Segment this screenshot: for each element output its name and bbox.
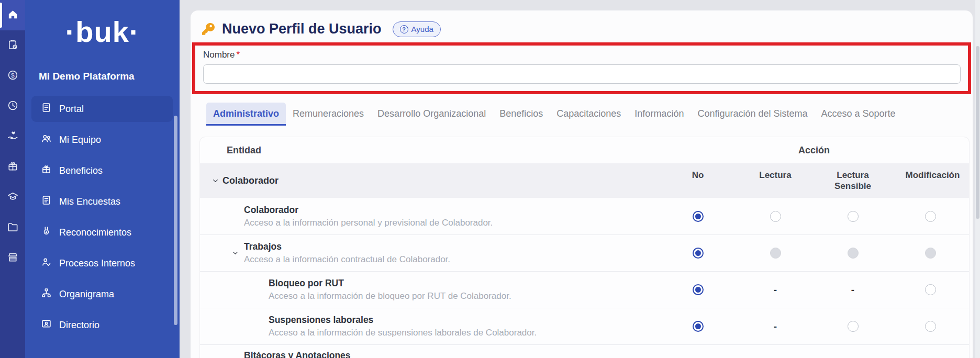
tab-informacion[interactable]: Información <box>628 103 691 126</box>
nombre-input[interactable] <box>203 64 961 84</box>
radio-modificacion[interactable] <box>925 284 936 295</box>
sidebar-item-label: Procesos Internos <box>59 258 135 269</box>
table-row: Bloqueo por RUT Acceso a la información … <box>200 271 969 308</box>
radio-no[interactable] <box>693 211 704 222</box>
key-icon <box>201 22 215 36</box>
table-row: Trabajos Acceso a la información contrac… <box>200 234 969 271</box>
folder-icon <box>7 221 19 235</box>
sidebar-item-label: Mis Encuestas <box>59 196 120 207</box>
highlight-annotation: Nombre* <box>192 42 971 94</box>
sidebar-item-label: Reconocimientos <box>59 227 131 238</box>
sidebar: ·buk· Mi Demo Plataforma Portal Mi Equip… <box>25 0 180 358</box>
dash-placeholder <box>774 284 777 296</box>
page-scrollbar-thumb[interactable] <box>976 46 979 219</box>
column-header-modificacion: Modificación <box>892 170 969 192</box>
tab-bar: Administrativo Remuneraciones Desarrollo… <box>191 103 973 126</box>
radio-no[interactable] <box>693 321 704 332</box>
radio-modificacion <box>925 248 936 259</box>
rail-benefits-item[interactable] <box>0 121 25 152</box>
sidebar-item-mis-encuestas[interactable]: Mis Encuestas <box>31 188 173 215</box>
sidebar-item-label: Directorio <box>59 320 99 331</box>
column-header-lectura-sensible: Lectura Sensible <box>814 170 892 192</box>
tab-remuneraciones[interactable]: Remuneraciones <box>286 103 371 126</box>
tab-capacitaciones[interactable]: Capacitaciones <box>550 103 628 126</box>
hand-heart-icon <box>7 130 19 144</box>
main-area: Nuevo Perfil de Usuario Ayuda Nombre* Ad… <box>180 0 980 358</box>
row-description: Acceso a la información de suspensiones … <box>269 328 537 338</box>
sidebar-item-directorio[interactable]: Directorio <box>31 312 173 338</box>
action-header: Acción <box>659 145 969 156</box>
tab-beneficios[interactable]: Beneficios <box>493 103 550 126</box>
user-check-icon <box>41 256 52 270</box>
home-icon <box>7 8 19 23</box>
question-circle-icon <box>400 25 408 33</box>
rail-payroll-item[interactable]: $ <box>0 61 25 91</box>
company-name: Mi Demo Plataforma <box>39 71 180 82</box>
medal-icon <box>41 226 52 239</box>
row-title: Trabajos <box>244 241 450 252</box>
sidebar-item-label: Beneficios <box>59 165 103 176</box>
gift-icon <box>7 160 19 174</box>
dash-placeholder <box>774 321 777 332</box>
radio-no[interactable] <box>693 248 704 259</box>
radio-lectura-sensible[interactable] <box>848 211 859 222</box>
row-title: Colaborador <box>244 205 493 216</box>
radio-lectura[interactable] <box>770 211 781 222</box>
sidebar-item-mi-equipo[interactable]: Mi Equipo <box>31 127 173 153</box>
chevron-down-icon[interactable] <box>231 249 239 257</box>
help-button-label: Ayuda <box>411 25 433 33</box>
table-header-row: Entidad Acción <box>200 137 969 163</box>
rail-home-item[interactable] <box>0 0 25 30</box>
sidebar-item-beneficios[interactable]: Beneficios <box>31 158 173 184</box>
help-button[interactable]: Ayuda <box>393 21 441 37</box>
rail-documents-item[interactable] <box>0 212 25 243</box>
buk-logo: ·buk· <box>25 15 180 49</box>
row-description: Acceso a la información contractual de C… <box>244 254 450 265</box>
gift-box-icon <box>41 164 52 177</box>
rail-marketplace-item[interactable] <box>0 243 25 273</box>
sidebar-item-procesos-internos[interactable]: Procesos Internos <box>31 250 173 276</box>
document-icon <box>41 195 52 208</box>
chevron-down-icon[interactable] <box>211 177 219 185</box>
dollar-circle-icon: $ <box>7 69 19 83</box>
required-asterisk: * <box>236 50 240 60</box>
sidebar-item-portal[interactable]: Portal <box>31 96 173 122</box>
tab-acceso-a-soporte[interactable]: Acceso a Soporte <box>815 103 903 126</box>
tab-desarrollo-organizacional[interactable]: Desarrollo Organizacional <box>371 103 493 126</box>
clipboard-clock-icon <box>7 39 19 53</box>
sidebar-item-label: Organigrama <box>59 289 114 300</box>
rail-gift-item[interactable] <box>0 152 25 182</box>
document-icon <box>41 102 52 116</box>
entity-header: Entidad <box>200 145 659 156</box>
group-label: Colaborador <box>222 175 279 186</box>
clock-icon <box>7 99 19 114</box>
dash-placeholder <box>851 284 854 296</box>
tab-configuracion-del-sistema[interactable]: Configuración del Sistema <box>691 103 814 126</box>
radio-lectura-sensible <box>848 248 859 259</box>
radio-modificacion[interactable] <box>925 211 936 222</box>
sidebar-item-label: Mi Equipo <box>59 135 101 146</box>
storefront-icon <box>7 251 19 265</box>
group-row-colaborador: Colaborador No Lectura Lectura Sensible … <box>200 163 969 198</box>
action-column-headers: No Lectura Lectura Sensible Modificación <box>659 170 969 192</box>
table-row: Bitácoras y Anotaciones <box>200 344 969 358</box>
users-icon <box>41 133 52 147</box>
content-card: Nuevo Perfil de Usuario Ayuda Nombre* Ad… <box>191 10 973 358</box>
sidebar-item-organigrama[interactable]: Organigrama <box>31 281 173 307</box>
sidebar-scrollbar[interactable] <box>174 116 177 325</box>
graduation-cap-icon <box>7 191 19 205</box>
table-row: Suspensiones laborales Acceso a la infor… <box>200 308 969 344</box>
sidebar-item-reconocimientos[interactable]: Reconocimientos <box>31 219 173 245</box>
page-scrollbar[interactable] <box>975 0 980 358</box>
permissions-table: Entidad Acción Colaborador No Lectura Le… <box>200 137 969 358</box>
rail-training-item[interactable] <box>0 182 25 212</box>
radio-lectura-sensible[interactable] <box>848 321 859 332</box>
row-title: Suspensiones laborales <box>269 315 537 326</box>
tab-administrativo[interactable]: Administrativo <box>206 103 286 126</box>
page-title: Nuevo Perfil de Usuario <box>222 21 382 37</box>
row-description: Acceso a la información de bloqueo por R… <box>269 291 511 301</box>
rail-attendance-item[interactable] <box>0 30 25 61</box>
radio-modificacion[interactable] <box>925 321 936 332</box>
radio-no[interactable] <box>693 284 704 295</box>
rail-time-item[interactable] <box>0 91 25 121</box>
